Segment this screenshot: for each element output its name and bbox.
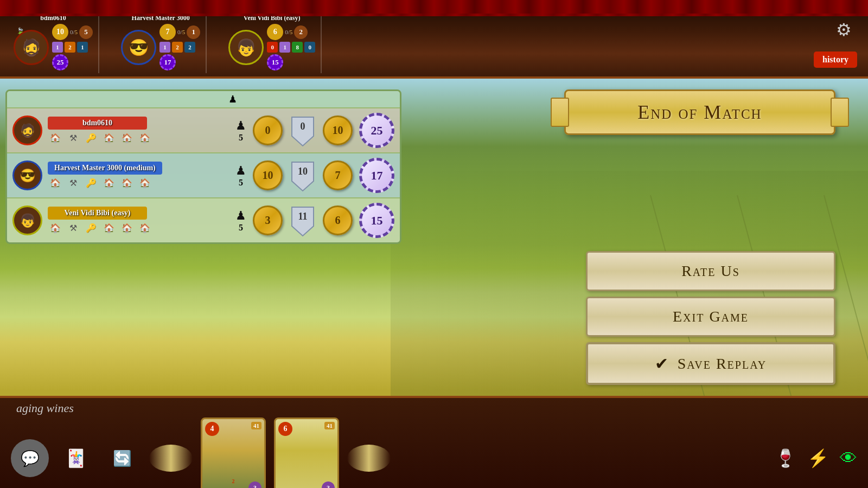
p1-extra1: 1 <box>52 42 63 53</box>
save-replay-button[interactable]: ✔ Save Replay <box>586 342 835 385</box>
score-name-p3: Veni Vidi Bibi (easy) <box>48 207 147 220</box>
save-replay-label: Save Replay <box>678 355 767 373</box>
overseer-vp: 41 <box>251 422 261 429</box>
governess-vp: 41 <box>324 422 335 429</box>
p2-slash: 0/5 <box>177 29 185 35</box>
history-button[interactable]: history <box>814 52 857 68</box>
settings-button[interactable]: ⚙ <box>830 16 857 43</box>
chat-button[interactable]: 💬 <box>11 439 49 477</box>
trophy-button[interactable]: ⚡ <box>807 448 829 468</box>
overseer-points: 2 <box>232 478 235 484</box>
top-player-p1: bdm0610 🍃 🧔 10 0/5 5 1 2 1 <box>8 11 99 73</box>
top-player-name-p2: Harvest Master 3000 <box>132 14 190 22</box>
score-row-p1: 🧔 bdm0610 🏠 ⚒ 🔑 🏠 🏠 🏠 ♟ 5 <box>7 108 400 153</box>
top-player-name-p1: bdm0610 <box>40 14 66 22</box>
meeple-val-p3: 5 <box>239 223 243 233</box>
overseer-bottom-badge: 3 <box>248 481 261 488</box>
trophy-icon: ⚡ <box>807 448 829 468</box>
score-avatar-p1: 🧔 <box>12 115 42 145</box>
p3-extra0: 0 <box>267 42 278 53</box>
b1-3: 🔑 <box>84 132 99 145</box>
exit-game-label: Exit Game <box>673 308 749 325</box>
b3-4: 🏠 <box>101 222 117 235</box>
cards-button[interactable]: 🃏 <box>57 439 95 477</box>
governess-bottom-badge: 3 <box>322 481 335 488</box>
score-name-p1: bdm0610 <box>48 117 147 130</box>
gold1-p3: 3 <box>253 206 283 235</box>
top-player-name-p3: Veni Vidi Bibi (easy) <box>244 14 301 22</box>
refresh-button[interactable]: 🔄 <box>103 439 141 477</box>
exit-game-button[interactable]: Exit Game <box>586 297 835 337</box>
bottom-bar: aging wines 💬 🃏 🔄 4 <box>0 396 868 488</box>
p3-extra1: 1 <box>279 42 290 53</box>
chat-icon: 💬 <box>21 450 40 467</box>
score-row-p2: 😎 Harvest Master 3000 (medium) 🏠 ⚒ 🔑 🏠 🏠… <box>7 153 400 198</box>
b1-5: 🏠 <box>119 132 135 145</box>
shield-p3: 11 <box>289 204 316 237</box>
overseer-cost: 4 <box>205 422 219 436</box>
meeple-val-p1: 5 <box>239 133 243 143</box>
player2-avatar: 😎 <box>121 30 156 65</box>
wine-cellar-icon: 🍷 <box>775 448 796 468</box>
scroll-decoration <box>149 445 193 472</box>
vp-p1: 25 <box>359 113 394 148</box>
shield-p1: 0 <box>289 114 316 147</box>
governess-cost: 6 <box>278 422 292 436</box>
shield-p2: 10 <box>289 159 316 192</box>
history-label: history <box>822 55 848 64</box>
main-area: ♟ 🧔 bdm0610 🏠 ⚒ 🔑 🏠 🏠 <box>0 79 868 396</box>
player1-avatar: 🧔 <box>14 30 49 65</box>
b3-3: 🔑 <box>84 222 99 235</box>
p2-extra2: 2 <box>172 42 183 53</box>
b3-6: 🏠 <box>137 222 152 235</box>
meeple-col-p1: ♟ 5 <box>235 119 246 143</box>
top-player-p3: Veni Vidi Bibi (easy) 👦 6 0/5 2 0 1 8 0 <box>223 11 322 73</box>
p3-slash: 0/5 <box>285 29 292 35</box>
buildings-p3: 🏠 ⚒ 🔑 🏠 🏠 🏠 <box>48 222 152 235</box>
p1-slash: 0/5 <box>70 29 78 35</box>
wine-cellar-button[interactable]: 🍷 <box>775 448 796 468</box>
checkmark-icon: ✔ <box>655 354 669 373</box>
governess-title: Governess <box>291 486 323 488</box>
meeple-col-p3: ♟ 5 <box>235 209 246 233</box>
score-avatar-p3: 👦 <box>12 206 42 235</box>
card-governess[interactable]: 6 41 Governess 3 <box>274 418 339 488</box>
p3-extra3: 0 <box>304 42 315 53</box>
meeple-col-p2: ♟ 5 <box>235 164 246 188</box>
bottom-content: aging wines 💬 🃏 🔄 4 <box>0 396 868 488</box>
scroll-decoration-right <box>347 445 391 472</box>
col-meeple-header: ♟ <box>222 93 244 105</box>
vp-p3: 15 <box>359 203 394 238</box>
p1-vp-top: 25 <box>52 54 68 70</box>
b2-5: 🏠 <box>119 177 135 190</box>
action-icon-button[interactable]: 👁 <box>840 448 857 468</box>
p1-coins-top: 10 <box>52 24 68 40</box>
p2-extra3: 2 <box>184 42 195 53</box>
b1-4: 🏠 <box>101 132 117 145</box>
top-player-p2: Harvest Master 3000 ✓ 😎 7 0/5 1 1 2 2 <box>116 11 207 73</box>
score-name-p2: Harvest Master 3000 (medium) <box>48 162 162 175</box>
card-overseer[interactable]: 4 41 2 Overseer 3 <box>201 418 266 488</box>
vp-p2: 17 <box>359 158 394 193</box>
b1-1: 🏠 <box>48 132 63 145</box>
score-table: ♟ 🧔 bdm0610 🏠 ⚒ 🔑 🏠 🏠 <box>5 89 401 244</box>
refresh-icon: 🔄 <box>113 450 132 467</box>
p3-vp-top: 15 <box>267 54 283 70</box>
overseer-title: Overseer <box>219 486 248 488</box>
p2-coins-top: 7 <box>159 24 176 40</box>
buildings-p2: 🏠 ⚒ 🔑 🏠 🏠 🏠 <box>48 177 168 190</box>
p2-vp-top: 17 <box>159 54 176 70</box>
p2-extra1: 1 <box>159 42 170 53</box>
p3-extra2: 8 <box>292 42 303 53</box>
p1-workers: 5 <box>79 25 93 39</box>
player3-avatar: 👦 <box>228 30 264 65</box>
rate-us-button[interactable]: Rate Us <box>586 251 835 291</box>
p1-extra3: 1 <box>77 42 88 53</box>
b1-6: 🏠 <box>137 132 152 145</box>
coins-p2: 7 <box>323 160 353 190</box>
rate-us-label: Rate Us <box>681 262 740 280</box>
score-cols-p3: ♟ 5 3 11 6 15 <box>235 203 394 238</box>
b2-2: ⚒ <box>66 177 81 190</box>
score-avatar-p2: 😎 <box>12 160 42 190</box>
score-cols-p2: ♟ 5 10 10 7 17 <box>235 158 394 193</box>
